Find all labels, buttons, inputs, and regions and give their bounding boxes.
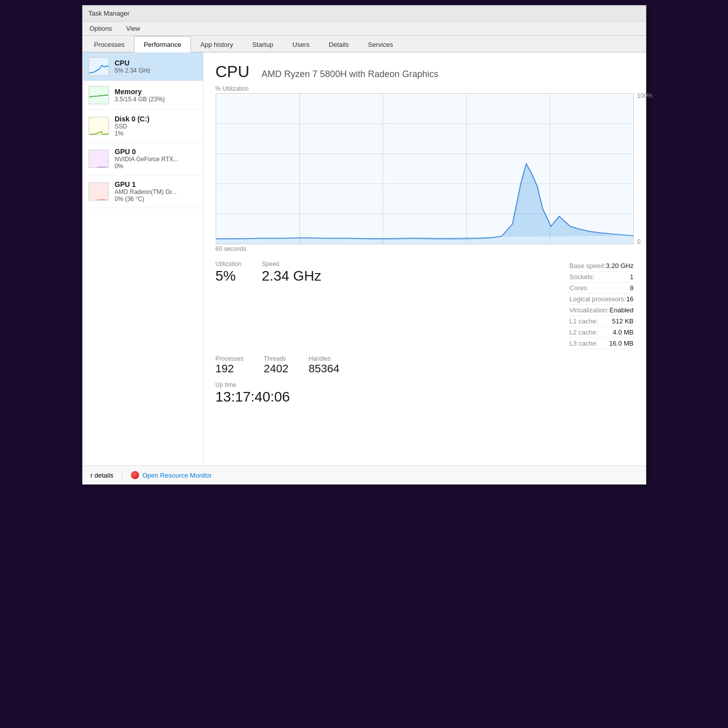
disk-label: Disk 0 (C:) [115,115,197,123]
info-virt: Virtualization: Enabled [569,305,633,316]
menu-bar: Options View [83,22,646,36]
cpu-sublabel: 5% 2.34 GHz [115,67,197,74]
cores-key: Cores: [569,284,588,292]
gpu1-sidebar-text: GPU 1 AMD Radeon(TM) Gr...0% (36 °C) [115,180,197,203]
resource-monitor-icon [131,471,139,479]
tab-services[interactable]: Services [358,36,403,52]
logical-key: Logical processors: [569,295,626,303]
tab-users[interactable]: Users [283,36,319,52]
info-l1: L1 cache: 512 KB [569,316,633,327]
chart-max-label: 100% [637,92,653,99]
cpu-title: CPU [216,62,250,81]
virt-key: Virtualization: [569,306,609,314]
handles-value: 85364 [308,362,339,375]
divider: | [121,472,123,479]
bottom-bar: r details | Open Resource Monitor [83,466,646,484]
gpu1-thumb [89,182,109,201]
logical-val: 16 [626,295,633,303]
sidebar-item-memory[interactable]: Memory 3.5/15.4 GB (23%) [83,81,203,110]
threads-block: Threads 2402 [264,355,289,375]
chart-wrapper: 100% [216,93,634,244]
tab-processes[interactable]: Processes [85,36,135,52]
l3-val: 16.0 MB [609,340,633,347]
threads-label: Threads [264,355,289,362]
l1-key: L1 cache: [569,317,598,325]
uptime-value: 13:17:40:06 [216,388,634,406]
disk-sidebar-text: Disk 0 (C:) SSD1% [115,115,197,137]
threads-value: 2402 [264,362,289,375]
uptime-label: Up time [216,381,634,388]
sidebar-item-gpu1[interactable]: GPU 1 AMD Radeon(TM) Gr...0% (36 °C) [83,175,203,208]
info-cores: Cores: 8 [569,283,633,294]
disk-thumb [89,117,109,135]
processes-block: Processes 192 [216,355,244,375]
tab-bar: Processes Performance App history Startu… [83,36,646,52]
l1-val: 512 KB [612,317,634,325]
handles-block: Handles 85364 [308,355,339,375]
gpu1-sublabel: AMD Radeon(TM) Gr...0% (36 °C) [115,188,197,203]
task-manager-window: Task Manager Options View Processes Perf… [82,5,646,485]
utilization-block: Utilization 5% [216,260,242,349]
info-sockets: Sockets: 1 [569,272,633,283]
sockets-key: Sockets: [569,273,594,281]
content-area: CPU 5% 2.34 GHz Memory 3.5/15.4 GB (23%) [83,52,646,466]
gpu0-thumb [89,150,109,168]
speed-block: Speed 2.34 GHz [262,260,321,349]
speed-value: 2.34 GHz [262,268,321,285]
sidebar-item-disk[interactable]: Disk 0 (C:) SSD1% [83,110,203,143]
virt-val: Enabled [610,306,634,314]
stats-row1: Utilization 5% Speed 2.34 GHz Base speed… [216,260,634,349]
r-details-text: r details [91,472,114,479]
utilization-label: Utilization [216,260,242,268]
memory-label: Memory [115,88,197,96]
tab-app-history[interactable]: App history [191,36,243,52]
l2-val: 4.0 MB [613,328,633,336]
tab-startup[interactable]: Startup [243,36,283,52]
cores-val: 8 [630,284,633,292]
resource-monitor-label: Open Resource Monitor [142,472,212,479]
l3-key: L3 cache: [569,340,598,347]
cpu-label: CPU [115,59,197,67]
chart-time-label: 60 seconds [216,245,634,252]
main-panel: CPU AMD Ryzen 7 5800H with Radeon Graphi… [204,52,646,466]
info-base-speed: Base speed: 3.20 GHz [569,260,633,272]
sidebar: CPU 5% 2.34 GHz Memory 3.5/15.4 GB (23%) [83,52,204,466]
stats-row2: Processes 192 Threads 2402 Handles 85364 [216,355,634,375]
cpu-chart [216,93,634,244]
tab-performance[interactable]: Performance [134,36,190,52]
utilization-value: 5% [216,268,242,285]
base-speed-val: 3.20 GHz [606,262,634,270]
chart-area: % Utilization 100% [216,85,634,252]
uptime-block: Up time 13:17:40:06 [216,381,634,406]
tab-details[interactable]: Details [319,36,359,52]
gpu0-sidebar-text: GPU 0 NVIDIA GeForce RTX...0% [115,148,197,170]
base-speed-key: Base speed: [569,262,606,270]
open-resource-monitor-link[interactable]: Open Resource Monitor [131,471,212,479]
sidebar-item-gpu0[interactable]: GPU 0 NVIDIA GeForce RTX...0% [83,143,203,175]
menu-view[interactable]: View [123,24,143,33]
title-bar: Task Manager [83,6,646,22]
memory-thumb [89,86,109,104]
window-title: Task Manager [89,10,130,17]
info-grid: Base speed: 3.20 GHz Sockets: 1 Cores: 8… [569,260,633,349]
sidebar-item-cpu[interactable]: CPU 5% 2.34 GHz [83,52,203,81]
cpu-chart-svg [216,94,633,244]
l2-key: L2 cache: [569,328,598,336]
speed-label: Speed [262,260,321,268]
info-logical: Logical processors: 16 [569,294,633,305]
menu-options[interactable]: Options [87,24,115,33]
chart-util-label: % Utilization [216,85,634,92]
gpu0-label: GPU 0 [115,148,197,156]
cpu-subtitle: AMD Ryzen 7 5800H with Radeon Graphics [261,69,438,80]
cpu-header: CPU AMD Ryzen 7 5800H with Radeon Graphi… [216,62,634,81]
processes-label: Processes [216,355,244,362]
chart-min-label: 0 [637,238,641,245]
handles-label: Handles [308,355,339,362]
memory-sublabel: 3.5/15.4 GB (23%) [115,96,197,103]
cpu-sidebar-text: CPU 5% 2.34 GHz [115,59,197,74]
info-l3: L3 cache: 16.0 MB [569,338,633,349]
cpu-thumb [89,57,109,76]
sockets-val: 1 [630,273,633,281]
gpu0-sublabel: NVIDIA GeForce RTX...0% [115,156,197,170]
gpu1-label: GPU 1 [115,180,197,188]
